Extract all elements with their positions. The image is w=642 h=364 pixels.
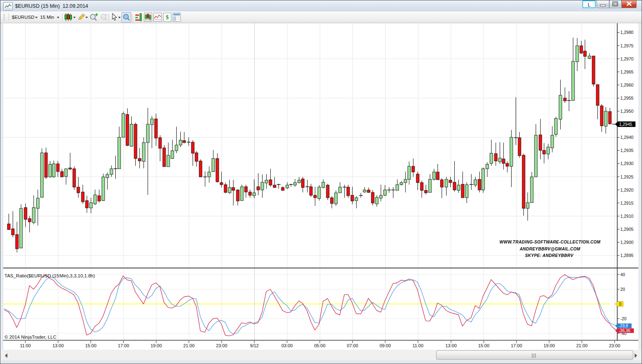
svg-text:13:00: 13:00	[52, 343, 64, 348]
svg-text:1,2900: 1,2900	[620, 240, 633, 245]
svg-text:1,2975: 1,2975	[620, 43, 633, 48]
svg-text:23:00: 23:00	[216, 343, 227, 348]
svg-text:1,2980: 1,2980	[620, 30, 633, 35]
svg-text:15:00: 15:00	[85, 343, 97, 348]
svg-text:1,2935: 1,2935	[620, 148, 633, 153]
svg-text:1,2910: 1,2910	[620, 214, 633, 219]
svg-text:19:00: 19:00	[150, 343, 162, 348]
svg-text:03:00: 03:00	[281, 343, 293, 348]
svg-text:-36,36: -36,36	[619, 328, 631, 333]
svg-text:1,2965: 1,2965	[620, 69, 633, 74]
svg-text:1,2895: 1,2895	[620, 253, 633, 258]
svg-text:13:00: 13:00	[445, 343, 457, 348]
svg-text:20: 20	[620, 287, 625, 292]
svg-text:1,2925: 1,2925	[620, 174, 633, 179]
svg-text:09:00: 09:00	[379, 343, 391, 348]
svg-text:1,2960: 1,2960	[620, 83, 633, 87]
svg-text:19:00: 19:00	[543, 343, 555, 348]
svg-text:11:00: 11:00	[413, 343, 424, 348]
svg-text:1,2945: 1,2945	[619, 122, 632, 127]
svg-text:1,2930: 1,2930	[620, 161, 633, 166]
svg-text:05:00: 05:00	[314, 343, 325, 348]
svg-text:17:00: 17:00	[511, 343, 522, 348]
svg-text:1,2955: 1,2955	[620, 96, 633, 100]
svg-text:11:00: 11:00	[20, 343, 31, 348]
svg-text:ANDREYBBRV@GMAIL.COM: ANDREYBBRV@GMAIL.COM	[519, 247, 580, 251]
svg-text:40: 40	[620, 272, 625, 277]
svg-text:9/12: 9/12	[250, 343, 258, 348]
svg-text:23:00: 23:00	[609, 343, 620, 348]
svg-text:1,2915: 1,2915	[620, 201, 633, 205]
svg-text:21:00: 21:00	[576, 343, 588, 348]
svg-text:1,2970: 1,2970	[620, 56, 633, 61]
svg-text:WWW.TRADING-SOFTWARE-COLLECTIO: WWW.TRADING-SOFTWARE-COLLECTION.COM	[500, 240, 601, 244]
svg-text:$: $	[166, 14, 169, 20]
svg-text:17:00: 17:00	[118, 343, 129, 348]
svg-text:1,2940: 1,2940	[620, 135, 633, 140]
svg-text:© 2014 NinjaTrader, LLC: © 2014 NinjaTrader, LLC	[4, 335, 56, 339]
svg-text:0: 0	[619, 302, 622, 306]
svg-text:-20: -20	[620, 316, 626, 321]
svg-text:21:00: 21:00	[183, 343, 195, 348]
svg-text:07:00: 07:00	[347, 343, 358, 348]
svg-text:1,2905: 1,2905	[620, 227, 633, 232]
svg-text:1,2920: 1,2920	[620, 188, 633, 192]
svg-text:-29,8: -29,8	[619, 324, 628, 328]
svg-text:SKYPE: ANDREYBBRV: SKYPE: ANDREYBBRV	[525, 253, 574, 258]
svg-text:15:00: 15:00	[478, 343, 489, 348]
svg-text:TAS_Ratio($EURUSD (15 Min),3,3: TAS_Ratio($EURUSD (15 Min),3,3,10,1.8h)	[4, 273, 95, 278]
svg-text:1,2950: 1,2950	[620, 109, 633, 114]
